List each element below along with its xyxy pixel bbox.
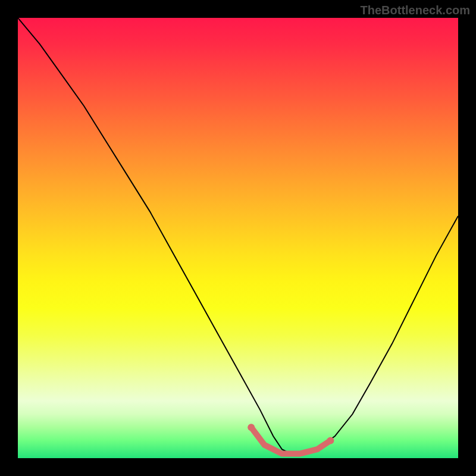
highlight-dot-start — [248, 424, 255, 431]
watermark-text: TheBottleneck.com — [361, 4, 470, 17]
chart-container: TheBottleneck.com — [0, 0, 476, 476]
bottleneck-curve — [18, 18, 458, 454]
plot-area — [18, 18, 458, 458]
highlight-segment — [251, 427, 330, 453]
curve-layer — [18, 18, 458, 458]
highlight-dot-end — [327, 437, 334, 444]
